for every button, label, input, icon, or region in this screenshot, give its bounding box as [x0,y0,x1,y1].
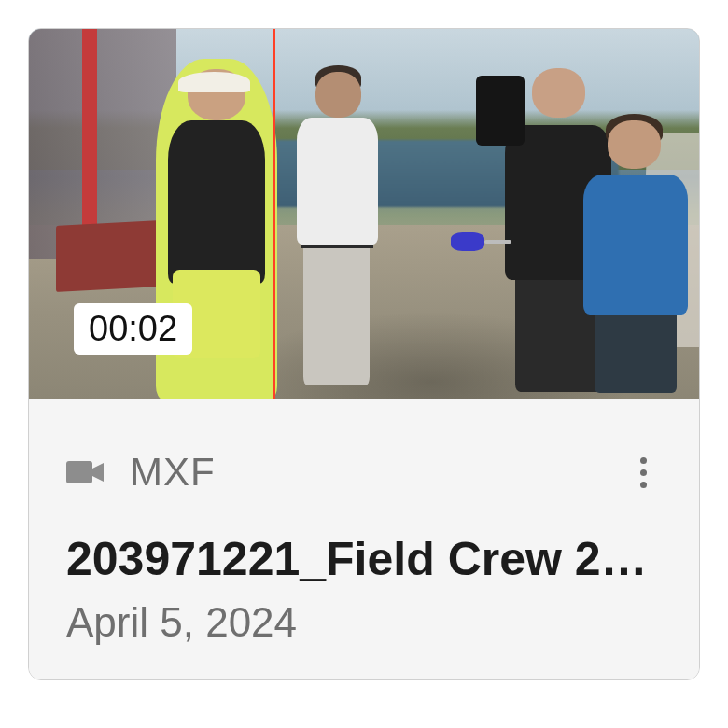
more-options-button[interactable] [624,454,662,491]
thumb-pillar [82,29,97,251]
clip-title: 203971221_Field Crew 2_MXF_4K_MXF [66,532,662,586]
svg-rect-0 [66,461,92,483]
file-format-label: MXF [130,450,216,495]
thumb-person-interviewee [284,48,391,399]
video-icon [66,459,104,485]
format-row: MXF [66,450,662,495]
card-metadata: MXF 203971221_Field Crew 2_MXF_4K_MXF Ap… [29,399,699,679]
thumb-person-reporter [579,95,693,399]
playhead-marker [273,29,275,399]
media-card[interactable]: 00:02 MXF 203971221_Field Crew 2_MXF_4K_… [28,28,700,680]
duration-badge: 00:02 [74,303,192,355]
clip-date: April 5, 2024 [66,599,662,646]
thumbnail[interactable]: 00:02 [29,29,699,399]
microphone-icon [451,232,484,251]
